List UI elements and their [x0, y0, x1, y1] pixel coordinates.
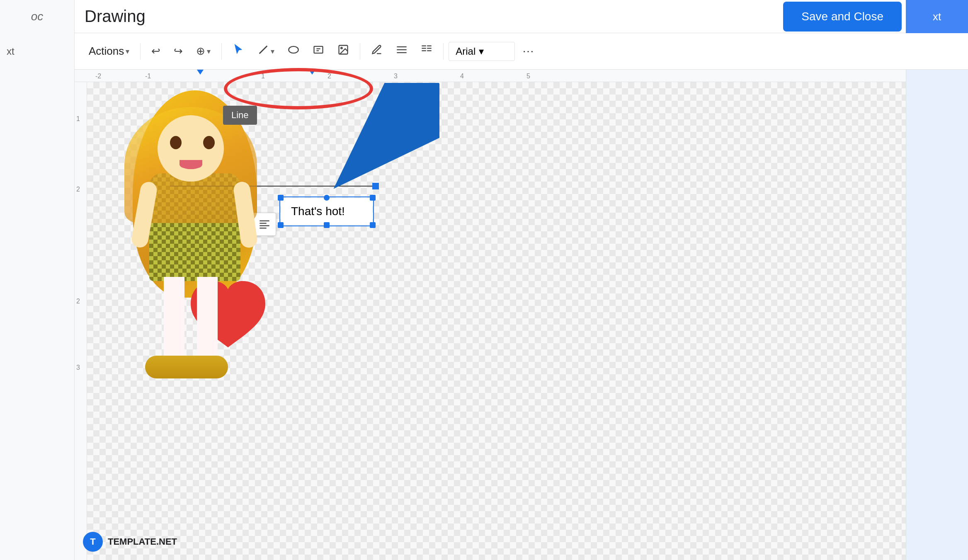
select-button[interactable] [227, 40, 250, 63]
sidebar-strip-text: oc [31, 10, 44, 23]
svg-rect-21 [260, 228, 266, 228]
ruler-tick: 2 [328, 73, 331, 80]
page-title: Drawing [85, 7, 146, 26]
ruler-marker-left [197, 70, 204, 75]
svg-rect-20 [260, 225, 269, 226]
doll-face [158, 115, 224, 182]
ruler-marker-right [309, 70, 315, 75]
more-lines-button[interactable] [415, 40, 438, 63]
svg-rect-11 [427, 46, 432, 46]
toolbar-left-strip: xt [0, 33, 75, 70]
undo-button[interactable]: ↩ [146, 41, 166, 62]
ruler-tick: -2 [95, 73, 101, 80]
actions-dropdown-arrow: ▾ [126, 47, 129, 56]
ruler-v-tick: 2 [76, 298, 80, 305]
handle-br[interactable] [370, 222, 376, 228]
separator-2 [221, 43, 222, 60]
handle-tr[interactable] [370, 195, 376, 201]
svg-rect-13 [427, 48, 432, 48]
line-button[interactable]: ▾ [252, 40, 280, 63]
separator-3 [360, 43, 360, 60]
handle-bl[interactable] [278, 222, 284, 228]
line-style-button[interactable] [390, 40, 413, 63]
main-container: -2 -1 1 2 3 4 5 1 2 2 3 [0, 70, 968, 560]
doll-eye-left [170, 136, 182, 149]
sidebar-strip: oc [0, 0, 75, 33]
svg-rect-19 [260, 223, 266, 224]
svg-rect-9 [397, 52, 407, 53]
templatenet-name: TEMPLATE.NET [108, 536, 177, 547]
image-button[interactable] [332, 40, 355, 63]
left-panel [0, 70, 75, 560]
svg-rect-8 [397, 49, 407, 50]
doll-platform [145, 356, 228, 378]
save-close-button[interactable]: Save and Close [783, 2, 902, 32]
doll-legs [164, 277, 184, 360]
textbox-button[interactable] [307, 40, 330, 63]
svg-rect-7 [397, 46, 407, 47]
svg-rect-2 [314, 46, 323, 53]
pencil-icon [371, 44, 383, 58]
doll-legs-right [197, 277, 218, 360]
ruler-tick: -1 [145, 73, 151, 80]
zoom-button[interactable]: ⊕ ▾ [190, 41, 216, 62]
doll-lips [180, 160, 202, 169]
header: oc Drawing Save and Close xt [0, 0, 968, 33]
avatar-text: xt [933, 10, 941, 23]
text-align-button[interactable] [253, 213, 276, 236]
textbox-container[interactable]: That's hot! [281, 198, 372, 225]
avatar-strip: xt [906, 0, 968, 33]
ruler-tick: 5 [526, 73, 530, 80]
svg-line-0 [260, 46, 267, 54]
pencil-button[interactable] [365, 40, 388, 63]
font-selector[interactable]: Arial ▾ [449, 42, 515, 61]
ruler-v-tick: 2 [76, 186, 80, 193]
zoom-icon: ⊕ [196, 45, 205, 58]
zoom-dropdown-arrow: ▾ [207, 47, 211, 56]
ruler-tick: 1 [261, 73, 265, 80]
canvas-area[interactable]: -2 -1 1 2 3 4 5 1 2 2 3 [75, 70, 906, 560]
line-style-icon [396, 44, 408, 58]
more-options-button[interactable]: ⋯ [517, 40, 540, 62]
svg-rect-15 [427, 50, 432, 51]
templatenet-badge: T TEMPLATE.NET [83, 532, 177, 552]
line-icon [257, 44, 269, 58]
select-icon [233, 44, 244, 58]
ruler-tick: 4 [460, 73, 464, 80]
ruler-v-tick: 3 [76, 364, 80, 371]
line-endpoint [372, 183, 379, 189]
separator-4 [443, 43, 444, 60]
shape-button[interactable] [282, 40, 305, 63]
handle-tc[interactable] [324, 195, 330, 201]
toolbar-left-text: xt [7, 46, 15, 57]
undo-icon: ↩ [151, 45, 160, 58]
ruler-vertical: 1 2 2 3 [75, 82, 87, 560]
more-lines-icon [421, 44, 432, 58]
shape-icon [288, 44, 299, 58]
handle-tl[interactable] [278, 195, 284, 201]
line-dropdown-arrow: ▾ [271, 47, 274, 56]
ruler-tick: 3 [394, 73, 398, 80]
svg-point-1 [289, 46, 298, 53]
doll-figure [116, 90, 274, 422]
svg-rect-14 [422, 50, 427, 51]
svg-rect-12 [422, 48, 427, 48]
textbox-content[interactable]: That's hot! [281, 198, 372, 225]
ruler-v-tick: 1 [76, 115, 80, 123]
svg-rect-18 [260, 221, 269, 221]
redo-button[interactable]: ↪ [168, 41, 189, 62]
more-options-icon: ⋯ [522, 44, 534, 58]
separator-1 [140, 43, 141, 60]
image-icon [337, 44, 349, 58]
ruler-horizontal: -2 -1 1 2 3 4 5 [75, 70, 906, 82]
textbox-icon [313, 44, 324, 58]
handle-bc[interactable] [324, 222, 330, 228]
right-strip [906, 70, 968, 560]
actions-button[interactable]: Actions ▾ [83, 41, 135, 62]
toolbar-content: Actions ▾ ↩ ↪ ⊕ ▾ ▾ [83, 33, 540, 69]
font-name: Arial [456, 46, 476, 57]
drawing-canvas[interactable]: That's hot! [87, 82, 906, 560]
toolbar: xt Actions ▾ ↩ ↪ ⊕ ▾ [0, 33, 968, 70]
svg-point-6 [341, 47, 342, 49]
doll-eye-right [203, 136, 215, 149]
